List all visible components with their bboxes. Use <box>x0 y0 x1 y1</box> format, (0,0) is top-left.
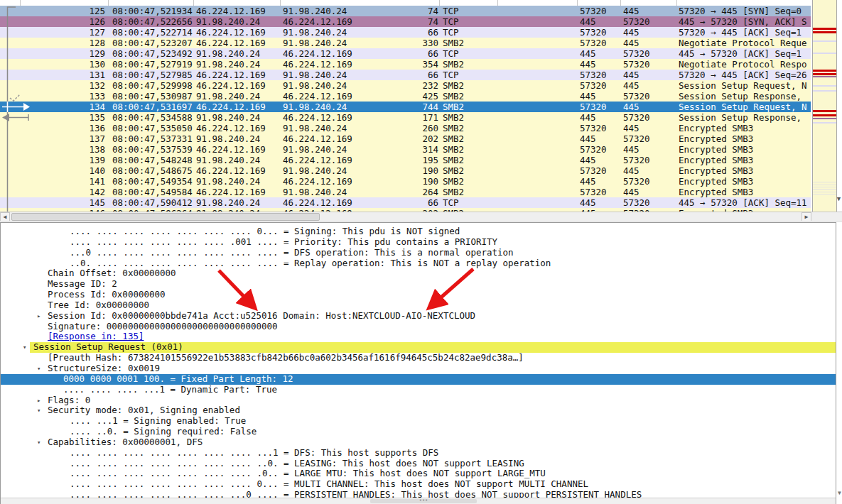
detail-line-text: ..0. .... .... .... .... .... .... .... … <box>70 258 551 269</box>
detail-line[interactable]: [Preauth Hash: 673824101556922e1b53883cf… <box>1 353 836 363</box>
expander-icon[interactable]: ▾ <box>23 342 26 353</box>
detail-line[interactable]: ▾Capabilities: 0x00000001, DFS <box>1 437 836 448</box>
col-time: 08:00:47,521934 <box>112 6 196 16</box>
col-proto: TCP <box>443 197 485 208</box>
detail-line[interactable]: .... .... .... .... .... .... .001 .... … <box>1 237 836 248</box>
detail-line[interactable]: ▾Session Setup Request (0x01) <box>1 342 836 353</box>
packet-detail-pane[interactable]: .... .... .... .... .... .... .... 0... … <box>0 222 836 504</box>
detail-line[interactable]: [Response in: 135] <box>1 332 836 342</box>
detail-line[interactable]: .... .... .... .... .... .... .... ..0. … <box>1 459 836 469</box>
packet-row[interactable]: 12508:00:47,52193446.224.12.16991.98.240… <box>0 6 811 16</box>
col-dst: 46.224.12.169 <box>283 48 357 59</box>
expander-icon[interactable]: ▸ <box>37 311 41 322</box>
detail-line[interactable]: .... .... .... ...1 = Dynamic Part: True <box>1 385 836 395</box>
minimap-mark <box>813 122 836 124</box>
col-dport: 445 <box>623 144 657 155</box>
response-link[interactable]: [Response in: 135] <box>48 332 144 342</box>
col-proto: SMB2 <box>443 38 485 48</box>
col-len: 330 <box>398 38 438 48</box>
detail-hscrollbar[interactable]: ••• <box>1 498 836 504</box>
column-separator[interactable] <box>676 0 677 6</box>
col-dport: 445 <box>623 27 657 38</box>
packet-row[interactable]: 14108:00:47,54935491.98.240.2446.224.12.… <box>0 176 811 187</box>
col-dport: 57320 <box>623 197 657 208</box>
detail-line[interactable]: .... ..0. = Signing required: False <box>1 427 836 437</box>
packet-row[interactable]: 13608:00:47,53505046.224.12.16991.98.240… <box>0 123 811 133</box>
detail-line[interactable]: ▾Security mode: 0x01, Signing enabled <box>1 405 836 416</box>
col-info: 57320 → 445 [SYN] Seq=0 <box>679 6 811 16</box>
packet-list-hscrollbar[interactable]: ◀ ▶ <box>0 212 842 221</box>
col-len: 66 <box>398 48 438 59</box>
col-dst: 91.98.240.24 <box>283 102 357 112</box>
column-separator[interactable] <box>280 0 281 6</box>
col-no: 131 <box>68 70 105 80</box>
col-dport: 445 <box>623 80 657 91</box>
packet-row[interactable]: 13008:00:47,52791991.98.240.2446.224.12.… <box>0 59 811 70</box>
detail-line[interactable]: .... .... .... .... .... .... .... 0... … <box>1 479 836 490</box>
column-separator[interactable] <box>439 0 440 6</box>
packet-row[interactable]: 12808:00:47,52320746.224.12.16991.98.240… <box>0 38 811 48</box>
column-separator[interactable] <box>497 0 498 6</box>
detail-line[interactable]: .... .... .... .... .... .... .... .0.. … <box>1 469 836 479</box>
hscrollbar-thumb[interactable] <box>11 213 320 221</box>
packet-row[interactable]: 13108:00:47,52798546.224.12.16991.98.240… <box>0 70 811 80</box>
col-dst: 46.224.12.169 <box>283 155 357 165</box>
detail-line-text: .... .... .... .... .... .... .... 0... … <box>70 479 588 490</box>
col-len: 171 <box>398 112 438 123</box>
col-dport: 57320 <box>623 59 657 70</box>
packet-row[interactable]: 13308:00:47,53098791.98.240.2446.224.12.… <box>0 91 811 102</box>
column-separator[interactable] <box>108 0 109 6</box>
detail-line-text: Message ID: 2 <box>48 279 117 290</box>
detail-line[interactable]: Process Id: 0x00000000 <box>1 290 836 300</box>
col-proto: SMB2 <box>443 123 485 133</box>
packet-row[interactable]: 13408:00:47,53169746.224.12.16991.98.240… <box>0 102 811 112</box>
packet-row[interactable]: 14208:00:47,54958446.224.12.16991.98.240… <box>0 187 811 197</box>
detail-hscrollbar-thumb[interactable]: ••• <box>370 499 477 503</box>
detail-scroll-down-icon[interactable]: ▼ <box>837 488 842 498</box>
vertical-scrollbar-track[interactable] <box>837 0 842 212</box>
detail-line[interactable]: ▸Session Id: 0x00000000bbde741a Acct:u52… <box>1 311 836 322</box>
detail-line-text: Chain Offset: 0x00000000 <box>48 268 176 279</box>
packet-row[interactable]: 13908:00:47,54824891.98.240.2446.224.12.… <box>0 155 811 165</box>
packet-row[interactable]: 14508:00:47,59041291.98.240.2446.224.12.… <box>0 197 811 208</box>
column-separator[interactable] <box>20 0 21 6</box>
col-sport: 445 <box>580 112 614 123</box>
detail-line[interactable]: Tree Id: 0x00000000 <box>1 300 836 311</box>
detail-line[interactable]: .... ...1 = Signing enabled: True <box>1 416 836 427</box>
packet-row[interactable]: 13208:00:47,52999846.224.12.16991.98.240… <box>0 80 811 91</box>
expander-icon[interactable]: ▸ <box>37 395 41 406</box>
detail-line[interactable]: ...0 .... .... .... .... .... .... .... … <box>1 248 836 258</box>
packet-row[interactable]: 14008:00:47,54867546.224.12.16991.98.240… <box>0 165 811 176</box>
column-separator[interactable] <box>577 0 578 6</box>
scroll-down-icon[interactable]: ▼ <box>836 193 842 204</box>
expander-icon[interactable]: ▾ <box>37 363 41 374</box>
detail-line[interactable]: .... .... .... .... .... .... .... 0... … <box>1 226 836 237</box>
column-separator[interactable] <box>193 0 194 6</box>
detail-line[interactable]: Message ID: 2 <box>1 279 836 290</box>
packet-row[interactable]: 12708:00:47,52271446.224.12.16991.98.240… <box>0 27 811 38</box>
col-time: 08:00:47,548248 <box>112 155 196 165</box>
detail-line[interactable]: ..0. .... .... .... .... .... .... .... … <box>1 258 836 269</box>
col-dport: 57320 <box>623 133 657 144</box>
detail-line[interactable]: ▸Flags: 0 <box>1 395 836 406</box>
col-dst: 46.224.12.169 <box>283 59 357 70</box>
col-dst: 46.224.12.169 <box>283 112 357 123</box>
packet-row[interactable]: 12908:00:47,52349291.98.240.2446.224.12.… <box>0 48 811 59</box>
expander-icon[interactable]: ▾ <box>37 405 41 416</box>
packet-list-pane[interactable]: 12508:00:47,52193446.224.12.16991.98.240… <box>0 0 811 212</box>
packet-row[interactable]: 13808:00:47,53753946.224.12.16991.98.240… <box>0 144 811 155</box>
detail-line[interactable]: 0000 0000 0001 100. = Fixed Part Length:… <box>1 374 836 385</box>
packet-row[interactable]: 12608:00:47,52265691.98.240.2446.224.12.… <box>0 16 811 27</box>
col-src: 91.98.240.24 <box>196 112 270 123</box>
column-separator[interactable] <box>620 0 621 6</box>
expander-icon[interactable]: ▾ <box>37 437 41 448</box>
intelligent-scrollbar-minimap[interactable] <box>812 0 837 212</box>
col-info: 445 → 57320 [ACK] Seq=1 <box>679 48 811 59</box>
detail-line[interactable]: .... .... .... .... .... .... .... ...1 … <box>1 448 836 459</box>
packet-row[interactable]: 13708:00:47,53733191.98.240.2446.224.12.… <box>0 133 811 144</box>
detail-line[interactable]: Signature: 00000000000000000000000000000… <box>1 322 836 332</box>
col-no: 137 <box>68 133 105 144</box>
detail-line[interactable]: Chain Offset: 0x00000000 <box>1 268 836 279</box>
packet-row[interactable]: 13508:00:47,53458891.98.240.2446.224.12.… <box>0 112 811 123</box>
detail-line[interactable]: ▾StructureSize: 0x0019 <box>1 363 836 374</box>
